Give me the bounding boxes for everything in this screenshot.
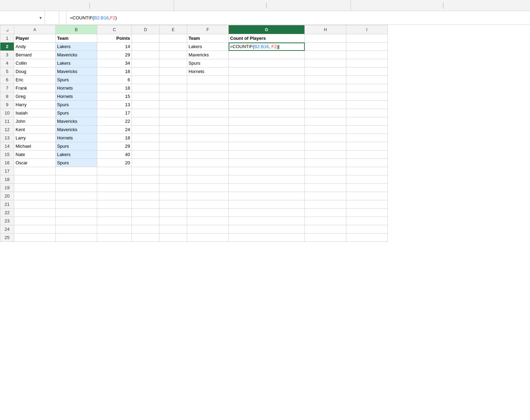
cell-b21[interactable] <box>56 200 97 209</box>
row-number-19[interactable]: 19 <box>0 184 14 192</box>
cell-a19[interactable] <box>14 184 56 192</box>
cell-h17[interactable] <box>305 167 346 175</box>
cell-b13[interactable]: Hornets <box>56 134 97 142</box>
cell-h12[interactable] <box>305 126 346 134</box>
cell-e17[interactable] <box>159 167 187 175</box>
cell-b5[interactable]: Mavericks <box>56 67 97 76</box>
cell-a21[interactable] <box>14 200 56 209</box>
cell-d18[interactable] <box>132 175 159 184</box>
cell-h5[interactable] <box>305 67 346 76</box>
cell-a16[interactable]: Oscar <box>14 159 56 167</box>
cell-d15[interactable] <box>132 150 159 159</box>
cell-d17[interactable] <box>132 167 159 175</box>
cell-e22[interactable] <box>159 209 187 217</box>
cell-h18[interactable] <box>305 175 346 184</box>
cell-b22[interactable] <box>56 209 97 217</box>
cell-f12[interactable] <box>187 126 229 134</box>
name-box[interactable]: ▾ <box>0 11 45 25</box>
cell-b8[interactable]: Hornets <box>56 92 97 101</box>
row-number-18[interactable]: 18 <box>0 175 14 184</box>
row-number-2[interactable]: 2 <box>0 43 14 51</box>
cell-b18[interactable] <box>56 175 97 184</box>
cell-d22[interactable] <box>132 209 159 217</box>
cell-a3[interactable]: Bernard <box>14 51 56 59</box>
cell-g23[interactable] <box>229 217 305 225</box>
cell-g4[interactable] <box>229 59 305 67</box>
cell-b2[interactable]: Lakers <box>56 43 97 51</box>
cell-a20[interactable] <box>14 192 56 200</box>
cell-h10[interactable] <box>305 109 346 117</box>
cell-g18[interactable] <box>229 175 305 184</box>
cell-h13[interactable] <box>305 134 346 142</box>
cell-e2[interactable] <box>159 43 187 51</box>
cell-a4[interactable]: Collin <box>14 59 56 67</box>
cell-i23[interactable] <box>346 217 388 225</box>
cell-b9[interactable]: Spurs <box>56 101 97 109</box>
cell-f23[interactable] <box>187 217 229 225</box>
cell-h24[interactable] <box>305 225 346 234</box>
select-all-icon[interactable] <box>6 27 9 31</box>
cancel-icon[interactable] <box>48 17 51 19</box>
cell-e1[interactable] <box>159 34 187 43</box>
cell-a24[interactable] <box>14 225 56 234</box>
cell-i3[interactable] <box>346 51 388 59</box>
cell-g6[interactable] <box>229 76 305 84</box>
cell-i6[interactable] <box>346 76 388 84</box>
col-header-e[interactable]: E <box>159 25 187 34</box>
cell-h2[interactable] <box>305 43 346 51</box>
cell-c7[interactable]: 18 <box>97 84 132 92</box>
row-number-13[interactable]: 13 <box>0 134 14 142</box>
cell-d10[interactable] <box>132 109 159 117</box>
name-box-dropdown-icon[interactable]: ▾ <box>39 15 42 20</box>
cell-f13[interactable] <box>187 134 229 142</box>
cell-d19[interactable] <box>132 184 159 192</box>
cell-g1[interactable]: Count of Players <box>229 34 305 43</box>
cell-g2[interactable]: =COUNTIF(B2:B16, F2)| <box>229 43 305 51</box>
cell-i16[interactable] <box>346 159 388 167</box>
cell-f25[interactable] <box>187 234 229 242</box>
cell-b23[interactable] <box>56 217 97 225</box>
cell-g15[interactable] <box>229 150 305 159</box>
cell-f20[interactable] <box>187 192 229 200</box>
cell-b25[interactable] <box>56 234 97 242</box>
cell-e6[interactable] <box>159 76 187 84</box>
cell-i10[interactable] <box>346 109 388 117</box>
row-number-14[interactable]: 14 <box>0 142 14 150</box>
cell-a1[interactable]: Player <box>14 34 56 43</box>
cell-g14[interactable] <box>229 142 305 150</box>
cell-a22[interactable] <box>14 209 56 217</box>
cell-d5[interactable] <box>132 67 159 76</box>
cell-g21[interactable] <box>229 200 305 209</box>
cell-c4[interactable]: 34 <box>97 59 132 67</box>
cell-c3[interactable]: 29 <box>97 51 132 59</box>
cell-a17[interactable] <box>14 167 56 175</box>
row-number-5[interactable]: 5 <box>0 67 14 76</box>
cell-c18[interactable] <box>97 175 132 184</box>
cell-f5[interactable]: Hornets <box>187 67 229 76</box>
cell-c20[interactable] <box>97 192 132 200</box>
cell-c17[interactable] <box>97 167 132 175</box>
cell-g5[interactable] <box>229 67 305 76</box>
cell-h14[interactable] <box>305 142 346 150</box>
cell-a15[interactable]: Nate <box>14 150 56 159</box>
cell-a14[interactable]: Michael <box>14 142 56 150</box>
cell-f17[interactable] <box>187 167 229 175</box>
cell-i11[interactable] <box>346 117 388 126</box>
cell-a23[interactable] <box>14 217 56 225</box>
cell-f16[interactable] <box>187 159 229 167</box>
cell-e12[interactable] <box>159 126 187 134</box>
cell-g16[interactable] <box>229 159 305 167</box>
cell-i22[interactable] <box>346 209 388 217</box>
cell-d23[interactable] <box>132 217 159 225</box>
cell-a2[interactable]: Andy <box>14 43 56 51</box>
cell-d20[interactable] <box>132 192 159 200</box>
row-number-11[interactable]: 11 <box>0 117 14 126</box>
row-number-25[interactable]: 25 <box>0 234 14 242</box>
cell-c1[interactable]: Points <box>97 34 132 43</box>
cell-a11[interactable]: John <box>14 117 56 126</box>
cell-g8[interactable] <box>229 92 305 101</box>
cell-c14[interactable]: 29 <box>97 142 132 150</box>
cell-f6[interactable] <box>187 76 229 84</box>
col-header-b[interactable]: B <box>56 25 97 34</box>
cell-e21[interactable] <box>159 200 187 209</box>
